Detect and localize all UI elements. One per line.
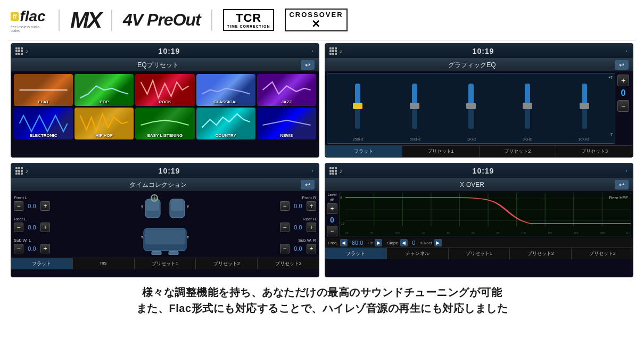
xover-slope-right-btn[interactable]: ▶ bbox=[434, 239, 442, 246]
crossover-x: ✕ bbox=[311, 19, 320, 29]
tc-tab-ms[interactable]: ms bbox=[73, 258, 135, 269]
xover-tabs: フラット チャンネル プリセット1 プリセット2 プリセット3 bbox=[325, 248, 633, 259]
xover-bt-icon: ⬝ bbox=[624, 167, 629, 175]
jazz-label: JAZZ bbox=[257, 100, 316, 104]
xover-freq-ticks: 20 25 31.5 40 50 63 80 100 125 160 200 H… bbox=[345, 232, 630, 235]
tc-body: Front L − 0.0 + Rear L − 0.0 + bbox=[11, 191, 319, 258]
geq-plus-btn[interactable]: + bbox=[617, 75, 629, 86]
tc-rearl-minus[interactable]: − bbox=[14, 223, 23, 232]
tc-subwl-plus[interactable]: + bbox=[40, 244, 50, 253]
4v-preout-logo: 4V PreOut bbox=[123, 10, 201, 30]
tc-frontl-row: Front L − 0.0 + bbox=[14, 195, 50, 211]
bottom-text-line1: 様々な調整機能を持ち、あなただけの最高のサウンドチューニングが可能 bbox=[11, 284, 633, 300]
geq-value: 0 bbox=[621, 88, 626, 98]
eq-electronic-item[interactable]: ELECTRONIC bbox=[14, 108, 73, 139]
xover-tab-preset3[interactable]: プリセット3 bbox=[572, 248, 633, 259]
tc-title: タイムコレクション bbox=[15, 180, 301, 190]
geq-freq-10k: 10KHz bbox=[578, 137, 589, 141]
xover-slope-left-btn[interactable]: ◀ bbox=[400, 239, 408, 246]
xover-level-minus[interactable]: − bbox=[327, 226, 337, 236]
seat-svg bbox=[141, 194, 189, 255]
time-correction-screen: ♪ 10:19 ⬝ タイムコレクション ↩ Front L − 0.0 + bbox=[11, 163, 319, 277]
xover-db-0: 0 bbox=[340, 196, 342, 199]
xover-titlebar: X-OVER ↩ bbox=[325, 178, 633, 191]
tc-frontl-minus[interactable]: − bbox=[14, 201, 23, 211]
geq-slider-5[interactable] bbox=[582, 84, 587, 129]
eq-flat-item[interactable]: FLAT bbox=[14, 74, 73, 106]
xover-level-label: Level bbox=[328, 193, 337, 196]
eq-preset-topbar: ♪ 10:19 ⬝ bbox=[11, 44, 319, 59]
xover-music-icon: ♪ bbox=[339, 167, 342, 175]
xover-tab-flat[interactable]: フラット bbox=[325, 248, 387, 259]
mx-logo: MX bbox=[70, 9, 101, 31]
eq-preset-titlebar: EQプリセット ↩ bbox=[11, 59, 319, 71]
xover-freq-left-btn[interactable]: ◀ bbox=[340, 239, 348, 246]
eq-country-item[interactable]: COUNTRY bbox=[196, 108, 255, 139]
geq-slider-4[interactable] bbox=[525, 84, 530, 129]
eq-classical-item[interactable]: CLASSICAL bbox=[196, 74, 255, 106]
tc-back-btn[interactable]: ↩ bbox=[301, 180, 315, 190]
tc-subwl-minus[interactable]: − bbox=[14, 244, 23, 253]
graphic-eq-back-btn[interactable]: ↩ bbox=[615, 60, 629, 70]
eq-pop-item[interactable]: POP bbox=[75, 74, 134, 106]
graphic-eq-body: +7 bbox=[325, 71, 633, 157]
rock-label: ROCK bbox=[135, 100, 194, 104]
geq-tab-preset3[interactable]: プリセット3 bbox=[556, 146, 633, 157]
tc-rearl-plus[interactable]: + bbox=[40, 223, 50, 232]
tc-frontl-label: Front L bbox=[14, 195, 50, 200]
svg-rect-1 bbox=[146, 200, 159, 211]
geq-tab-preset2[interactable]: プリセット2 bbox=[480, 146, 557, 157]
eq-preset-back-btn[interactable]: ↩ bbox=[301, 60, 315, 70]
tc-frontl-plus[interactable]: + bbox=[40, 201, 50, 211]
tc-rearr-control: − 0.0 + bbox=[280, 223, 316, 232]
tc-bt-icon: ⬝ bbox=[310, 167, 315, 175]
xover-tab-preset1[interactable]: プリセット1 bbox=[449, 248, 510, 259]
tc-frontr-row: Front R − 0.0 + bbox=[280, 195, 316, 211]
eq-news-item[interactable]: NEWS bbox=[257, 108, 316, 139]
geq-tab-flat[interactable]: フラット bbox=[325, 146, 402, 157]
xover-tab-channel[interactable]: チャンネル bbox=[387, 248, 449, 259]
tc-frontr-value: 0.0 bbox=[291, 203, 306, 209]
xover-back-btn[interactable]: ↩ bbox=[615, 180, 629, 190]
tc-rearr-plus[interactable]: + bbox=[307, 223, 316, 232]
tc-tab-preset1[interactable]: プリセット1 bbox=[135, 258, 196, 269]
tc-frontr-plus[interactable]: + bbox=[307, 201, 316, 211]
classical-label: CLASSICAL bbox=[196, 100, 255, 104]
eq-jazz-item[interactable]: JAZZ bbox=[257, 74, 316, 106]
geq-slider-2[interactable] bbox=[412, 84, 417, 129]
eq-easy-item[interactable]: EASY LISTENING bbox=[135, 108, 194, 139]
tc-frontr-minus[interactable]: − bbox=[280, 201, 290, 211]
tc-subwr-minus[interactable]: − bbox=[280, 244, 290, 253]
screens-grid: ♪ 10:19 ⬝ EQプリセット ↩ FLAT POP bbox=[0, 40, 644, 280]
xover-freq-right-btn[interactable]: ▶ bbox=[375, 239, 382, 246]
flat-label: FLAT bbox=[14, 100, 73, 104]
tc-subwr-plus[interactable]: + bbox=[307, 244, 316, 253]
geq-minus-label: -7 bbox=[329, 133, 613, 136]
eq-hiphop-item[interactable]: HIP HOP bbox=[75, 108, 134, 139]
geq-tab-preset1[interactable]: プリセット1 bbox=[402, 146, 480, 157]
geq-slider-3[interactable] bbox=[468, 84, 474, 129]
tc-music-icon: ♪ bbox=[25, 167, 28, 175]
eq-preset-title: EQプリセット bbox=[15, 61, 301, 70]
tc-tab-flat[interactable]: フラット bbox=[11, 258, 73, 269]
tc-subwl-label: Sub W. L bbox=[14, 238, 50, 243]
tc-tabs: フラット ms プリセット1 プリセット2 プリセット3 bbox=[11, 258, 319, 269]
geq-freq-labels: 250Hz 500Hz 1KHz 3KHz 10KHz bbox=[329, 137, 613, 141]
tc-rearl-row: Rear L − 0.0 + bbox=[14, 217, 50, 232]
tc-right-controls: Front R − 0.0 + Rear R − 0.0 + bbox=[280, 194, 316, 255]
tc-frontl-value: 0.0 bbox=[24, 203, 39, 209]
tc-rearr-minus[interactable]: − bbox=[280, 223, 290, 232]
geq-music-icon: ♪ bbox=[339, 47, 342, 55]
tc-frontl-control: − 0.0 + bbox=[14, 201, 50, 211]
eq-rock-item[interactable]: ROCK bbox=[135, 74, 194, 106]
xover-tab-preset2[interactable]: プリセット2 bbox=[510, 248, 572, 259]
geq-minus-btn[interactable]: − bbox=[617, 100, 629, 112]
graphic-eq-time: 10:19 bbox=[473, 47, 494, 55]
xover-body: Level dB + 0 − 0 −12 Rear HPF bbox=[325, 191, 633, 238]
tc-tab-preset3[interactable]: プリセット3 bbox=[258, 258, 319, 269]
tc-tab-preset2[interactable]: プリセット2 bbox=[196, 258, 258, 269]
xover-level-plus[interactable]: + bbox=[327, 203, 337, 214]
svg-marker-9 bbox=[141, 205, 143, 209]
xover-db-label: dB bbox=[330, 198, 335, 202]
geq-slider-1[interactable] bbox=[355, 84, 360, 129]
